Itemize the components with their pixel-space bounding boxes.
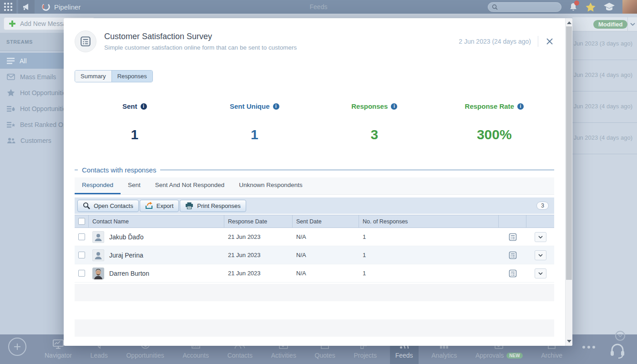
stat-response-rate-value: 300% xyxy=(435,127,555,142)
tab-sent-and-not-responded[interactable]: Sent And Not Responded xyxy=(148,177,232,194)
new-badge: NEW xyxy=(506,353,522,359)
row-actions-dropdown[interactable] xyxy=(535,268,546,278)
announcements-button[interactable] xyxy=(18,0,35,14)
user-avatar[interactable] xyxy=(622,0,637,14)
print-responses-button[interactable]: Print Responses xyxy=(180,200,246,212)
tab-unknown-respondents[interactable]: Unknown Respondents xyxy=(232,177,310,194)
tab-responded[interactable]: Responded xyxy=(75,177,121,194)
info-icon[interactable]: i xyxy=(517,103,524,110)
search-icon xyxy=(492,4,498,10)
survey-detail-modal: Customer Satisfaction Survey Simple cust… xyxy=(64,18,572,346)
row-actions-dropdown[interactable] xyxy=(535,250,546,260)
form-icon xyxy=(508,251,517,260)
stat-response-rate: Response Ratei 300% xyxy=(435,102,555,142)
export-button[interactable]: Export xyxy=(140,200,179,212)
avatar-placeholder-icon xyxy=(92,231,104,243)
modal-scrollbar[interactable] xyxy=(565,18,572,346)
favorites-star-icon[interactable] xyxy=(585,2,596,12)
collapse-chevron-button[interactable] xyxy=(615,331,625,341)
sidebar-item-mass-emails[interactable]: Mass Emails xyxy=(0,69,66,85)
info-icon[interactable]: i xyxy=(391,103,397,110)
scroll-down-arrow[interactable] xyxy=(566,338,573,345)
row-actions-dropdown[interactable] xyxy=(535,232,546,242)
col-sent-date[interactable]: Sent Date xyxy=(293,215,359,228)
feed-item-date: Jun 2023 (4 days ago) xyxy=(574,134,632,141)
results-count-badge: 3 xyxy=(536,202,549,210)
feed-filter-dropdown[interactable] xyxy=(627,17,637,31)
response-date: 21 Jun 2023 xyxy=(224,252,293,258)
close-button[interactable] xyxy=(545,37,554,46)
star-icon xyxy=(7,89,15,96)
chevron-down-icon xyxy=(538,272,543,275)
responses-count: 1 xyxy=(359,252,499,258)
row-checkbox[interactable] xyxy=(78,270,85,277)
sidebar-item-best-ranked[interactable]: Best Ranked Opp xyxy=(0,116,66,132)
mass-emails-icon xyxy=(7,74,15,80)
table-row[interactable]: Jakub Ďaďo 21 Jun 2023 N/A 1 xyxy=(75,228,554,246)
learning-cap-icon[interactable] xyxy=(603,2,615,11)
add-fab-button[interactable] xyxy=(8,338,26,356)
sidebar-label-hot: Hot Opportunities xyxy=(20,89,70,96)
top-bar: Pipeliner Feeds xyxy=(0,0,637,14)
more-nav-items-button[interactable] xyxy=(582,346,595,349)
sidebar-item-customers[interactable]: Customers xyxy=(0,132,66,148)
chevron-down-icon xyxy=(618,334,622,337)
sidebar-label: Best Ranked Opp xyxy=(20,121,71,128)
sidebar-item-hot-opportunities[interactable]: Hot Opportunities xyxy=(0,101,66,116)
chevron-down-icon xyxy=(630,23,635,26)
search-input[interactable] xyxy=(500,4,555,10)
table-row[interactable]: Juraj Perina 21 Jun 2023 N/A 1 xyxy=(75,246,554,264)
sidebar-label: Hot Opportunities xyxy=(20,105,70,112)
scroll-up-arrow[interactable] xyxy=(566,19,573,26)
tab-summary[interactable]: Summary xyxy=(75,71,112,82)
col-no-of-responses[interactable]: No. of Responses xyxy=(359,215,499,228)
hot-opportunities-icon xyxy=(7,106,15,112)
chevron-down-icon xyxy=(538,236,543,238)
row-checkbox[interactable] xyxy=(78,252,85,258)
responses-count: 1 xyxy=(359,270,499,277)
app-grid-button[interactable] xyxy=(0,0,16,14)
feed-list-background: Modified Jun 2023 (3 days ago) Jun 2023 … xyxy=(572,14,637,334)
modal-title: Customer Satisfaction Survey xyxy=(104,32,297,41)
view-response-button[interactable] xyxy=(508,233,517,242)
sidebar-item-favorites[interactable]: Hot Opportunities xyxy=(0,85,66,101)
section-rule xyxy=(160,170,554,170)
brand-logo[interactable]: Pipeliner xyxy=(41,2,81,12)
stat-sent-unique-value: 1 xyxy=(195,127,315,142)
col-response-date[interactable]: Response Date xyxy=(224,215,293,228)
info-icon[interactable]: i xyxy=(141,103,147,110)
form-icon xyxy=(80,35,91,47)
brand-name: Pipeliner xyxy=(54,3,81,11)
tab-sent[interactable]: Sent xyxy=(121,177,148,194)
chevron-down-icon xyxy=(538,254,543,257)
tab-responses[interactable]: Responses xyxy=(112,71,152,82)
info-icon[interactable]: i xyxy=(273,103,279,110)
notifications-button[interactable] xyxy=(569,2,578,12)
table-header: Contact Name Response Date Sent Date No.… xyxy=(75,215,554,228)
streams-header: STREAMS xyxy=(0,33,66,51)
contact-name[interactable]: Darren Burton xyxy=(109,270,149,277)
contacts-tab-bar: Responded Sent Sent And Not Responded Un… xyxy=(75,177,554,195)
contact-name[interactable]: Juraj Perina xyxy=(109,252,143,259)
view-response-button[interactable] xyxy=(508,251,517,260)
responses-count: 1 xyxy=(359,233,499,240)
table-row[interactable]: Darren Burton 21 Jun 2023 N/A 1 xyxy=(75,264,554,283)
contact-name[interactable]: Jakub Ďaďo xyxy=(109,233,144,241)
sidebar-item-all[interactable]: All xyxy=(0,53,66,69)
search-box[interactable] xyxy=(488,2,561,12)
form-icon xyxy=(508,269,517,278)
select-all-checkbox[interactable] xyxy=(78,218,85,225)
response-date: 21 Jun 2023 xyxy=(224,270,293,277)
response-date: 21 Jun 2023 xyxy=(224,233,293,240)
view-response-button[interactable] xyxy=(508,269,517,278)
section-dash xyxy=(75,170,78,170)
sent-date: N/A xyxy=(293,252,359,258)
feed-item-date: Jun 2023 (4 days ago) xyxy=(574,71,632,78)
col-contact-name[interactable]: Contact Name xyxy=(89,215,224,228)
search-icon xyxy=(83,202,90,209)
support-headset-icon[interactable] xyxy=(608,342,627,360)
row-checkbox[interactable] xyxy=(78,233,85,240)
open-contacts-button[interactable]: Open Contacts xyxy=(77,200,139,212)
modified-badge: Modified xyxy=(593,20,627,29)
scrollbar-thumb[interactable] xyxy=(566,26,572,280)
